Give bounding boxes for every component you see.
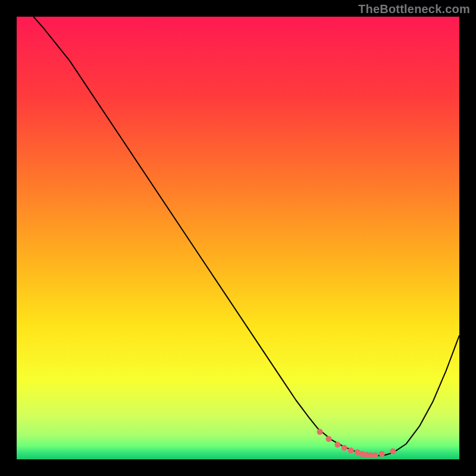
chart-background <box>17 17 459 459</box>
marker-dot <box>390 449 396 455</box>
chart-svg <box>17 17 459 459</box>
marker-dot <box>372 452 378 458</box>
marker-dot <box>326 436 332 442</box>
marker-dot <box>317 429 323 435</box>
marker-dot <box>379 451 385 457</box>
marker-dot <box>342 445 347 451</box>
marker-dot <box>348 447 354 453</box>
chart-plot <box>17 17 459 459</box>
chart-frame: TheBottleneck.com <box>0 0 476 476</box>
marker-dot <box>334 441 340 447</box>
watermark-text: TheBottleneck.com <box>358 2 470 16</box>
